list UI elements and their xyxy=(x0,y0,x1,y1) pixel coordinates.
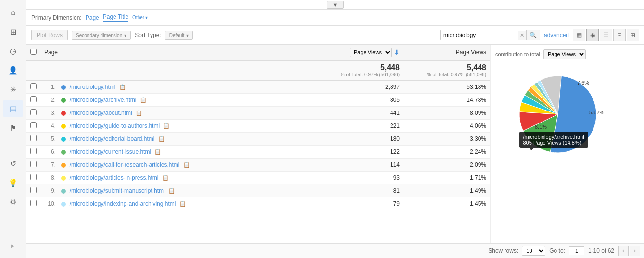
copy-icon[interactable]: 📋 xyxy=(162,175,169,181)
page-url-link[interactable]: /microbiology/call-for-research-articles… xyxy=(70,161,180,168)
search-clear-button[interactable]: ✕ xyxy=(518,31,526,40)
page-url-link[interactable]: /microbiology/current-issue.html xyxy=(70,148,151,155)
asterisk-icon[interactable]: ✳ xyxy=(3,81,23,98)
dashboard-icon[interactable]: ⊞ xyxy=(3,23,23,40)
pct-cell: 2.09% xyxy=(404,159,490,172)
page-url-link[interactable]: /microbiology/archive.html xyxy=(70,97,137,103)
pct-cell: 1.71% xyxy=(404,172,490,184)
table-row: 1. /microbiology.html 📋 2,897 53.18% xyxy=(26,80,490,94)
page-url-link[interactable]: /microbiology/about.html xyxy=(70,110,132,116)
secondary-dimension-dropdown[interactable]: Secondary dimension ▾ xyxy=(72,31,131,40)
rows-per-page-select[interactable]: 10 25 50 100 xyxy=(522,246,545,256)
top-bar-button[interactable]: ▼ xyxy=(327,1,344,9)
view-comparison-icon[interactable]: ⊟ xyxy=(613,29,626,41)
row-checkbox[interactable] xyxy=(30,96,37,102)
contribution-header: contribution to total: Page Views xyxy=(495,49,639,62)
flag-icon[interactable]: ⚑ xyxy=(3,119,23,136)
pie-container: 53.2%8.1%7.6% /microbiology/archive.html… xyxy=(505,66,630,162)
row-number: 4. xyxy=(44,123,58,129)
copy-icon[interactable]: 📋 xyxy=(119,84,126,90)
page-url-link[interactable]: /microbiology/indexing-and-archiving.htm… xyxy=(70,200,176,207)
data-table: Page Page Views ⬇ xyxy=(26,45,490,210)
row-checkbox[interactable] xyxy=(30,135,37,141)
pie-label-7: 7.6% xyxy=(577,80,589,86)
views-cell: 441 xyxy=(317,107,404,120)
page-views-left-dropdown[interactable]: Page Views xyxy=(350,48,392,57)
table-row: 7. /microbiology/call-for-research-artic… xyxy=(26,159,490,172)
row-checkbox[interactable] xyxy=(30,109,37,115)
copy-icon[interactable]: 📋 xyxy=(179,201,186,207)
view-pie-icon[interactable]: ◉ xyxy=(586,29,599,41)
row-color-dot xyxy=(61,98,66,103)
page-url-link[interactable]: /microbiology/guide-to-authors.html xyxy=(70,123,160,129)
copy-icon[interactable]: 📋 xyxy=(163,123,170,129)
expand-icon[interactable]: ▶ xyxy=(3,237,23,254)
next-page-button[interactable]: › xyxy=(630,246,640,256)
row-number: 10. xyxy=(44,200,58,207)
copy-icon[interactable]: 📋 xyxy=(136,110,142,116)
row-checkbox[interactable] xyxy=(30,148,37,154)
row-color-dot xyxy=(61,137,66,142)
advanced-link[interactable]: advanced xyxy=(544,32,569,38)
row-color-dot xyxy=(61,150,66,155)
pct-cell: 1.45% xyxy=(404,197,490,210)
row-checkbox-cell xyxy=(26,159,40,172)
dim-other-dropdown[interactable]: Other ▾ xyxy=(132,15,148,20)
goto-label: Go to: xyxy=(549,247,565,254)
clock-icon[interactable]: ◷ xyxy=(3,42,23,60)
search-input[interactable] xyxy=(441,30,518,40)
row-checkbox[interactable] xyxy=(30,161,37,167)
summary-row: 5,448 % of Total: 0.97% (561,096) 5,448 … xyxy=(26,61,490,80)
home-icon[interactable]: ⌂ xyxy=(3,4,23,21)
row-checkbox[interactable] xyxy=(30,187,37,193)
page-cell: 5. /microbiology/editorial-board.html 📋 xyxy=(40,133,317,146)
copy-icon[interactable]: 📋 xyxy=(154,149,161,155)
view-list-icon[interactable]: ☰ xyxy=(600,29,612,41)
view-grid-icon[interactable]: ▦ xyxy=(573,29,585,41)
prev-page-button[interactable]: ‹ xyxy=(618,246,629,256)
row-checkbox[interactable] xyxy=(30,83,37,89)
row-checkbox[interactable] xyxy=(30,174,37,180)
copy-icon[interactable]: 📋 xyxy=(168,188,175,194)
data-table-wrap: Page Page Views ⬇ xyxy=(26,45,490,243)
row-checkbox-cell xyxy=(26,197,40,210)
view-icons: ▦ ◉ ☰ ⊟ ⊞ xyxy=(573,29,639,41)
bulb-icon[interactable]: 💡 xyxy=(3,174,23,191)
row-checkbox[interactable] xyxy=(30,200,37,206)
search-go-button[interactable]: 🔍 xyxy=(526,30,540,40)
reports-icon[interactable]: ▤ xyxy=(3,100,23,117)
goto-input[interactable] xyxy=(569,246,584,255)
contribution-dropdown[interactable]: Page Views xyxy=(543,49,586,59)
sort-arrow-icon[interactable]: ⬇ xyxy=(394,49,400,56)
page-url-link[interactable]: /microbiology.html xyxy=(70,84,116,90)
pie-chart-svg: 53.2%8.1%7.6% xyxy=(505,66,620,162)
user-icon[interactable]: 👤 xyxy=(3,61,23,79)
page-url-link[interactable]: /microbiology/articles-in-press.html xyxy=(70,174,159,181)
copy-icon[interactable]: 📋 xyxy=(183,162,190,168)
page-nav: ‹ › xyxy=(618,246,640,256)
views-cell: 180 xyxy=(317,133,404,146)
copy-icon[interactable]: 📋 xyxy=(158,136,165,142)
page-cell: 2. /microbiology/archive.html 📋 xyxy=(40,94,317,107)
dim-page-title-link[interactable]: Page Title xyxy=(103,13,128,22)
page-url-link[interactable]: /microbiology/submit-manuscript.html xyxy=(70,187,165,194)
sort-type-label: Sort Type: xyxy=(135,32,161,38)
dim-page-link[interactable]: Page xyxy=(86,14,99,21)
tooltip-url: /microbiology/archive.html xyxy=(523,134,584,140)
page-url-link[interactable]: /microbiology/editorial-board.html xyxy=(70,135,155,142)
plot-rows-button[interactable]: Plot Rows xyxy=(31,30,68,40)
pie-label-53: 53.2% xyxy=(589,110,604,115)
summary-views-left-sub: % of Total: 0.97% (561,096) xyxy=(321,72,400,77)
row-checkbox[interactable] xyxy=(30,122,37,128)
select-all-checkbox[interactable] xyxy=(30,49,37,55)
refresh-icon[interactable]: ↺ xyxy=(3,155,23,172)
views-cell: 114 xyxy=(317,159,404,172)
gear-icon[interactable]: ⚙ xyxy=(3,193,23,210)
view-pivot-icon[interactable]: ⊞ xyxy=(627,29,639,41)
sort-default-dropdown[interactable]: Default ▾ xyxy=(165,31,193,40)
page-cell: 1. /microbiology.html 📋 xyxy=(40,80,317,94)
views-cell: 221 xyxy=(317,120,404,133)
toolbar: Plot Rows Secondary dimension ▾ Sort Typ… xyxy=(26,26,644,45)
table-container: Page Page Views ⬇ xyxy=(26,45,644,243)
copy-icon[interactable]: 📋 xyxy=(140,97,147,103)
